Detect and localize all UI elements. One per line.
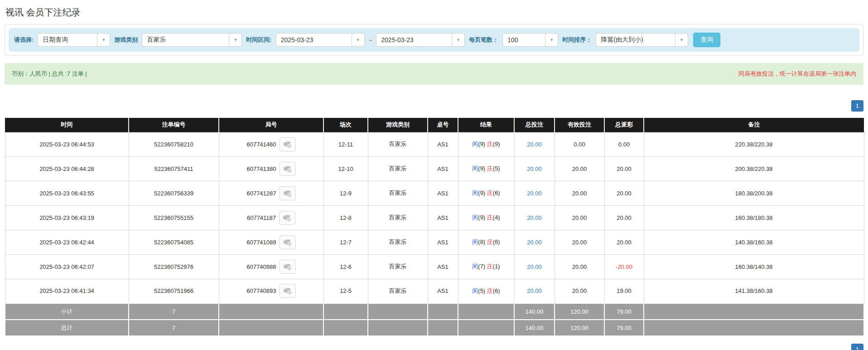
page-size-value: 100: [503, 36, 545, 44]
time-cell: 2025-03-23 06:42:44: [5, 230, 129, 254]
query-type-value: 日期查询: [38, 36, 97, 44]
video-replay-button[interactable]: [280, 162, 296, 176]
bet-id-cell: 522360755155: [129, 205, 219, 230]
player-result-score: (5): [478, 287, 487, 294]
round-cell: 607741380: [219, 156, 323, 181]
query-type-select[interactable]: 日期查询 ▼: [38, 33, 110, 47]
video-icon: [283, 287, 292, 295]
page-1-button[interactable]: 1: [851, 344, 863, 350]
video-icon: [283, 165, 292, 173]
result-cell: 闲(9) 庄(5): [458, 156, 514, 181]
table-cell: AS1: [428, 132, 458, 156]
query-type-label: 请选择:: [14, 36, 34, 44]
payout-cell: 0.00: [604, 132, 644, 156]
round-id-value: 607740988: [246, 263, 276, 270]
bet-id-cell: 522360756339: [129, 181, 219, 205]
game-cell: 百家乐: [368, 254, 428, 279]
search-button[interactable]: 查询: [693, 33, 720, 47]
total-bet-cell: 20.00: [514, 279, 555, 303]
note-cell: 180.38/200.38: [644, 181, 864, 205]
total-bet-link[interactable]: 20.00: [527, 190, 542, 197]
payout-cell: 20.00: [604, 205, 644, 230]
video-replay-button[interactable]: [280, 284, 296, 298]
total-bet-link[interactable]: 20.00: [527, 165, 542, 172]
note-cell: 140.38/160.38: [644, 230, 864, 254]
result-cell: 闲(5) 庄(6): [458, 279, 514, 303]
round-id-value: 607741089: [246, 239, 276, 246]
video-replay-button[interactable]: [280, 137, 296, 151]
total-bet-link[interactable]: 20.00: [527, 214, 542, 221]
filter-bar: 请选择: 日期查询 ▼ 游戏类别 百家乐 ▼ 时间区间: 2025-03-23 …: [9, 28, 859, 52]
video-replay-button[interactable]: [280, 186, 296, 200]
time-sort-label: 时间排序：: [562, 36, 592, 44]
valid-bet-cell: 20.00: [555, 181, 604, 205]
banker-result-label: 庄: [487, 141, 493, 147]
total-bet-link[interactable]: 20.00: [527, 287, 542, 294]
session-cell: 12-11: [323, 132, 368, 156]
subtotal-row-result-cell: [458, 303, 514, 320]
note-cell: 200.38/220.38: [644, 156, 864, 181]
game-cell: 百家乐: [368, 279, 428, 303]
total-bet-link[interactable]: 20.00: [527, 239, 542, 246]
column-header-time: 时间: [5, 118, 129, 132]
session-cell: 12-5: [323, 279, 368, 303]
pagination-bottom: 1: [5, 344, 863, 350]
records-table: 时间注单编号局号场次游戏类别桌号结果总投注有效投注总派彩备注 2025-03-2…: [5, 118, 864, 336]
video-replay-button[interactable]: [280, 260, 296, 274]
player-result-score: (9): [478, 141, 487, 147]
round-id-group: 607740893: [246, 284, 295, 298]
valid-bet-cell: 0.00: [555, 132, 604, 156]
round-cell: 607741089: [219, 230, 323, 254]
subtotal-row-valid-bet-cell: 120.00: [555, 303, 604, 320]
total-row-bet-id-cell: 7: [129, 320, 219, 336]
time-sort-select[interactable]: 降冪(由大到小) ▼: [596, 33, 688, 47]
video-replay-button[interactable]: [279, 211, 295, 225]
note-cell: 220.38/220.38: [644, 132, 864, 156]
total-bet-cell: 20.00: [514, 230, 555, 254]
subtotal-row-session-cell: [323, 303, 368, 320]
time-cell: 2025-03-23 06:42:07: [5, 254, 129, 279]
round-cell: 607740893: [219, 279, 323, 303]
payout-cell: 20.00: [604, 181, 644, 205]
total-bet-link[interactable]: 20.00: [527, 263, 542, 270]
table-row: 2025-03-23 06:43:19522360755155607741187…: [5, 205, 864, 230]
total-bet-cell: 20.00: [514, 254, 555, 279]
header-row: 时间注单编号局号场次游戏类别桌号结果总投注有效投注总派彩备注: [5, 118, 864, 132]
column-header-total-bet: 总投注: [514, 118, 555, 132]
banker-result-label: 庄: [487, 263, 493, 270]
round-id-group: 607741460: [246, 137, 295, 151]
player-result-score: (7): [478, 263, 487, 270]
page: 视讯 会员下注纪录 请选择: 日期查询 ▼ 游戏类别 百家乐 ▼ 时间区间: 2…: [0, 6, 868, 350]
payout-cell: -20.00: [604, 254, 644, 279]
date-from-select[interactable]: 2025-03-23 ▼: [276, 33, 365, 47]
game-type-value: 百家乐: [142, 36, 229, 44]
banker-result-score: (5): [493, 165, 500, 172]
video-icon: [283, 214, 292, 222]
time-sort-value: 降冪(由大到小): [596, 36, 675, 44]
page-size-select[interactable]: 100 ▼: [502, 33, 558, 47]
table-cell: AS1: [428, 230, 458, 254]
note-cell: 141.38/160.38: [644, 279, 864, 303]
chevron-down-icon: ▼: [97, 34, 110, 46]
subtotal-row: 小计7140.00120.0079.00: [5, 303, 864, 320]
table-row: 2025-03-23 06:44:28522360757411607741380…: [5, 156, 864, 181]
round-id-group: 607741380: [246, 162, 295, 176]
video-replay-button[interactable]: [280, 235, 296, 249]
game-cell: 百家乐: [368, 181, 428, 205]
valid-bet-cell: 20.00: [555, 205, 604, 230]
page-1-button[interactable]: 1: [851, 100, 863, 112]
column-header-payout: 总派彩: [604, 118, 644, 132]
round-id-group: 607741187: [247, 211, 295, 225]
game-type-select[interactable]: 百家乐 ▼: [142, 33, 242, 47]
date-to-select[interactable]: 2025-03-23 ▼: [376, 33, 465, 47]
banker-result-label: 庄: [487, 165, 493, 172]
total-bet-link[interactable]: 20.00: [527, 141, 542, 148]
table-row: 2025-03-23 06:43:55522360756339607741287…: [5, 181, 864, 205]
column-header-table: 桌号: [428, 118, 458, 132]
round-id-value: 607740893: [246, 287, 276, 294]
round-cell: 607740988: [219, 254, 323, 279]
session-cell: 12-10: [323, 156, 368, 181]
summary-bar: 币别：人民币 | 总共 :7 注单 | 同局有效投注，统一计算在该局第一张注单内: [5, 63, 863, 85]
table-header: 时间注单编号局号场次游戏类别桌号结果总投注有效投注总派彩备注: [5, 118, 864, 132]
table-cell: AS1: [428, 254, 458, 279]
